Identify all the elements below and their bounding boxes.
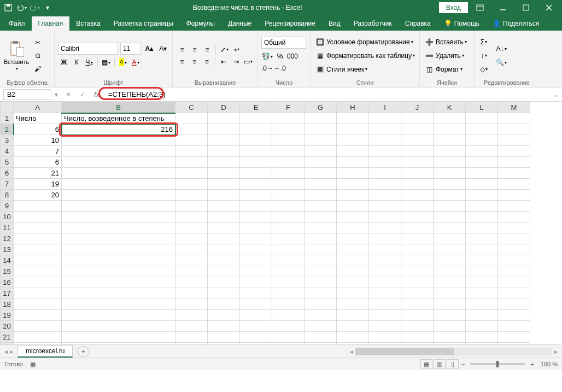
cell-L15[interactable] — [466, 266, 498, 277]
cell-H3[interactable] — [337, 135, 369, 146]
column-header-K[interactable]: K — [434, 102, 466, 113]
cell-M11[interactable] — [498, 223, 530, 233]
cell-C22[interactable] — [175, 343, 208, 346]
cell-D15[interactable] — [208, 266, 240, 277]
cell-A4[interactable]: 7 — [14, 146, 62, 157]
cell-J22[interactable] — [401, 343, 434, 346]
cell-F14[interactable] — [272, 255, 305, 266]
macro-record-icon[interactable]: ▦ — [27, 359, 38, 370]
cell-D1[interactable] — [208, 113, 240, 124]
cell-C17[interactable] — [175, 288, 208, 299]
cell-J3[interactable] — [401, 135, 434, 146]
cell-L20[interactable] — [466, 321, 498, 332]
zoom-level[interactable]: 100 % — [541, 361, 558, 367]
cell-G8[interactable] — [305, 190, 337, 201]
cell-A10[interactable] — [14, 212, 62, 223]
row-header-20[interactable]: 20 — [1, 321, 14, 332]
cell-M4[interactable] — [498, 146, 530, 157]
increase-font-icon[interactable]: A▴ — [144, 43, 155, 54]
cell-M5[interactable] — [498, 157, 530, 168]
add-sheet-button[interactable]: + — [77, 346, 89, 357]
row-header-18[interactable]: 18 — [1, 299, 14, 310]
cell-A12[interactable] — [14, 233, 62, 244]
cell-H13[interactable] — [337, 244, 369, 255]
cell-B1[interactable]: Число, возведенное в степень — [62, 113, 175, 124]
font-size-select[interactable] — [120, 43, 141, 55]
cell-L2[interactable] — [466, 124, 498, 135]
cell-L13[interactable] — [466, 244, 498, 255]
cell-H14[interactable] — [337, 255, 369, 266]
cut-icon[interactable]: ✂ — [32, 37, 43, 48]
cell-M13[interactable] — [498, 244, 530, 255]
cell-I16[interactable] — [369, 277, 401, 288]
cell-L6[interactable] — [466, 168, 498, 179]
cell-B18[interactable] — [62, 299, 175, 310]
cell-F1[interactable] — [272, 113, 305, 124]
sheet-tab[interactable]: microexcel.ru — [17, 345, 73, 358]
view-layout-icon[interactable]: ▥ — [434, 359, 446, 369]
zoom-out-icon[interactable]: − — [461, 361, 465, 367]
cell-I14[interactable] — [369, 255, 401, 266]
merge-cells-icon[interactable]: ▭▾ — [243, 56, 254, 67]
cell-L22[interactable] — [466, 343, 498, 346]
column-header-C[interactable]: C — [175, 102, 208, 113]
cell-C9[interactable] — [175, 201, 208, 212]
undo-icon[interactable]: ▾ — [15, 2, 27, 14]
cell-L16[interactable] — [466, 277, 498, 288]
cell-D21[interactable] — [208, 332, 240, 343]
sheet-nav-prev-icon[interactable]: ◂ — [4, 348, 8, 355]
cell-H16[interactable] — [337, 277, 369, 288]
align-middle-icon[interactable]: ≡ — [189, 44, 200, 55]
cell-J12[interactable] — [401, 233, 434, 244]
cell-J13[interactable] — [401, 244, 434, 255]
cell-I22[interactable] — [369, 343, 401, 346]
cell-E8[interactable] — [240, 190, 272, 201]
row-header-17[interactable]: 17 — [1, 288, 14, 299]
cell-C6[interactable] — [175, 168, 208, 179]
cell-I15[interactable] — [369, 266, 401, 277]
tab-tellme[interactable]: 💡Помощь — [437, 16, 486, 31]
cell-H5[interactable] — [337, 157, 369, 168]
cell-D22[interactable] — [208, 343, 240, 346]
tab-review[interactable]: Рецензирование — [258, 16, 322, 31]
cell-H15[interactable] — [337, 266, 369, 277]
orientation-icon[interactable]: ⤢▾ — [219, 44, 230, 55]
cell-M22[interactable] — [498, 343, 530, 346]
cell-K20[interactable] — [434, 321, 466, 332]
cell-K10[interactable] — [434, 212, 466, 223]
row-header-19[interactable]: 19 — [1, 310, 14, 321]
cell-H19[interactable] — [337, 310, 369, 321]
cell-J14[interactable] — [401, 255, 434, 266]
formula-input[interactable]: =СТЕПЕНЬ(A2;3) — [104, 89, 551, 100]
cell-G14[interactable] — [305, 255, 337, 266]
cell-F22[interactable] — [272, 343, 305, 346]
row-header-6[interactable]: 6 — [1, 168, 14, 179]
cell-F4[interactable] — [272, 146, 305, 157]
row-header-16[interactable]: 16 — [1, 277, 14, 288]
cell-I18[interactable] — [369, 299, 401, 310]
cell-K11[interactable] — [434, 223, 466, 233]
hscroll-left-icon[interactable]: ◂ — [350, 348, 353, 355]
cell-J16[interactable] — [401, 277, 434, 288]
tab-help[interactable]: Справка — [399, 16, 437, 31]
cell-E16[interactable] — [240, 277, 272, 288]
align-top-icon[interactable]: ≡ — [177, 44, 188, 55]
cell-D9[interactable] — [208, 201, 240, 212]
row-header-1[interactable]: 1 — [1, 113, 14, 124]
column-header-E[interactable]: E — [240, 102, 272, 113]
tab-share[interactable]: 👤Поделиться — [486, 16, 546, 31]
cell-L5[interactable] — [466, 157, 498, 168]
cell-B11[interactable] — [62, 223, 175, 233]
comma-icon[interactable]: 000 — [287, 51, 298, 62]
row-header-9[interactable]: 9 — [1, 201, 14, 212]
cell-J18[interactable] — [401, 299, 434, 310]
cell-F5[interactable] — [272, 157, 305, 168]
ribbon-display-icon[interactable] — [469, 0, 491, 15]
cell-K9[interactable] — [434, 201, 466, 212]
cell-B2[interactable]: 216 — [62, 124, 175, 135]
cell-D7[interactable] — [208, 179, 240, 190]
cell-G22[interactable] — [305, 343, 337, 346]
column-header-D[interactable]: D — [208, 102, 240, 113]
cell-K8[interactable] — [434, 190, 466, 201]
cell-J2[interactable] — [401, 124, 434, 135]
